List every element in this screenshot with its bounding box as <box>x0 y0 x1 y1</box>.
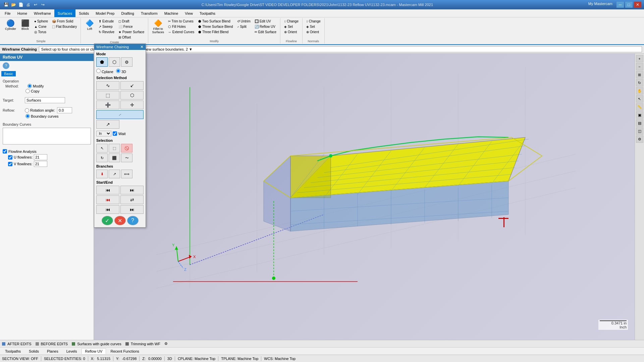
wait-checkbox[interactable] <box>113 131 117 136</box>
tab-reflow-uv[interactable]: Reflow UV <box>82 348 106 354</box>
u-flowlines-input[interactable] <box>34 154 47 160</box>
sel-reverse-btn[interactable]: ↗ <box>96 120 119 129</box>
qat-save[interactable]: 💾 <box>3 1 9 8</box>
tab-recent-functions[interactable]: Recent Functions <box>107 348 143 354</box>
close-button[interactable]: ✕ <box>634 2 641 8</box>
help-button[interactable]: ? <box>3 62 9 69</box>
cplane-option[interactable]: Cplane <box>96 69 113 74</box>
tool-view2[interactable]: ▤ <box>636 119 643 127</box>
se-forward-btn[interactable]: ⏭ <box>120 205 144 214</box>
ribbon-btn-three-fillet-blend[interactable]: ⬟ Three Fillet Blend <box>197 29 234 35</box>
tool-measure[interactable]: 📏 <box>636 103 643 111</box>
help-dialog-button[interactable]: ? <box>127 216 139 225</box>
ribbon-btn-two-surface-blend[interactable]: ⬟ Two Surface Blend <box>197 19 234 24</box>
ribbon-btn-cone[interactable]: ▲ Cone <box>33 24 50 29</box>
tool-rotate[interactable]: ↻ <box>636 79 643 86</box>
cancel-button[interactable]: ✕ <box>114 216 126 225</box>
ribbon-btn-extrude[interactable]: ⬆ Extrude <box>97 19 116 24</box>
ribbon-btn-sweep[interactable]: ↗ Sweep <box>97 24 116 29</box>
ribbon-btn-reflow-uv[interactable]: 🔄 Reflow UV <box>253 24 278 29</box>
ribbon-btn-edit-surface[interactable]: ✏ Edit Surface <box>253 29 278 35</box>
in-select[interactable]: In Out <box>96 131 111 136</box>
my-mastercam-link[interactable]: My Mastercam <box>588 2 612 8</box>
qat-new[interactable]: 📄 <box>17 1 24 8</box>
v-flowlines-input[interactable] <box>34 161 47 167</box>
sel-arrow-btn[interactable]: ↖ <box>96 144 108 153</box>
tool-pan[interactable]: ✋ <box>636 87 643 95</box>
menu-view[interactable]: View <box>181 9 196 17</box>
se-rewind-btn[interactable]: ⏮ <box>96 205 119 214</box>
ribbon-btn-fillet-to-surfaces[interactable]: 🔶 Fillet toSurfaces <box>150 19 166 35</box>
se-swap-btn[interactable]: ⇄ <box>120 195 144 204</box>
tab-toolpaths[interactable]: Toolpaths <box>1 348 24 354</box>
rotation-angle-input[interactable] <box>57 107 72 113</box>
mode-btn-solid[interactable]: ⬡ <box>109 57 120 67</box>
tool-zoom-in[interactable]: + <box>636 55 643 62</box>
menu-transform[interactable]: Transform <box>138 9 161 17</box>
boundary-curves-option[interactable]: Boundary curves <box>25 114 59 118</box>
menu-file[interactable]: File <box>1 9 14 17</box>
sel-box2-btn[interactable]: ⬛ <box>109 154 120 162</box>
ribbon-btn-flowline-change[interactable]: ↕ Change <box>282 19 300 24</box>
tool-settings[interactable]: ⚙ <box>636 135 643 143</box>
ribbon-btn-loft[interactable]: 🔷 Loft <box>83 19 96 32</box>
sel-chain-btn[interactable]: ∿ <box>96 81 119 90</box>
ribbon-btn-normals-change[interactable]: ↕ Change <box>305 19 322 24</box>
ribbon-btn-draft[interactable]: ◻ Draft <box>117 19 146 24</box>
sel-add-btn[interactable]: ➕ <box>96 101 119 109</box>
ribbon-btn-split[interactable]: ⌿ Split <box>235 24 252 29</box>
se-start-btn[interactable]: ⏮ <box>96 186 119 194</box>
qat-print[interactable]: 🖨 <box>25 1 32 8</box>
qat-undo[interactable]: ↩ <box>32 1 39 8</box>
flowline-checkbox[interactable] <box>3 149 7 154</box>
3d-option[interactable]: 3D <box>116 69 126 74</box>
qat-redo[interactable]: ↪ <box>40 1 46 8</box>
ribbon-btn-flowline-orient[interactable]: ⊕ Orient <box>282 29 300 35</box>
se-start2-btn[interactable]: ⏮ <box>96 195 119 204</box>
basic-tab[interactable]: Basic <box>1 71 16 76</box>
ok-button[interactable]: ✓ <box>102 216 113 225</box>
tool-fit[interactable]: ⊞ <box>636 71 643 78</box>
minimize-button[interactable]: ─ <box>616 2 624 8</box>
sel-add2-btn[interactable]: ✛ <box>120 101 144 109</box>
sel-window-btn[interactable]: ⬚ <box>96 91 119 100</box>
sel-clear-btn[interactable]: 🚫 <box>121 144 132 153</box>
menu-surfaces[interactable]: Surfaces <box>54 9 75 17</box>
ribbon-btn-edit-uv[interactable]: 🔲 Edit UV <box>253 19 278 24</box>
ribbon-btn-fill-holes[interactable]: ⬡ Fill Holes <box>166 24 196 29</box>
ribbon-btn-sphere[interactable]: ● Sphere <box>33 19 50 24</box>
menu-machine[interactable]: Machine <box>161 9 182 17</box>
sel-rotate-btn[interactable]: ↻ <box>96 154 108 162</box>
mode-btn-settings[interactable]: ⚙ <box>121 57 132 67</box>
branch-btn-1[interactable]: ⬇ <box>96 170 108 178</box>
viewport[interactable]: X Y Z 0.3471 in Inch <box>94 54 635 340</box>
target-input[interactable] <box>25 97 65 103</box>
sel-polygon-btn[interactable]: ⬡ <box>120 91 144 100</box>
dialog-close-button[interactable]: ✕ <box>140 45 144 49</box>
method-copy-option[interactable]: Copy <box>25 89 40 93</box>
ribbon-btn-extend-curves[interactable]: ↔ Extend Curves <box>166 29 196 35</box>
ribbon-btn-cylinder[interactable]: 🔵 Cylinder <box>3 19 18 32</box>
method-modify-option[interactable]: Modify <box>28 84 44 88</box>
ribbon-btn-untrim[interactable]: ↺ Untrim <box>235 19 252 24</box>
branch-btn-3[interactable]: ⟺ <box>121 170 132 178</box>
se-end-btn[interactable]: ⏭ <box>120 186 144 194</box>
tab-planes[interactable]: Planes <box>43 348 62 354</box>
ribbon-btn-normals-set[interactable]: ◈ Set <box>305 24 322 29</box>
tab-solids[interactable]: Solids <box>25 348 43 354</box>
menu-solids[interactable]: Solids <box>75 9 92 17</box>
tool-view3[interactable]: ◫ <box>636 127 643 135</box>
ribbon-btn-three-surface-blend[interactable]: ⬟ Three Surface Blend <box>197 24 234 29</box>
tool-view1[interactable]: ▣ <box>636 111 643 119</box>
ribbon-btn-revolve[interactable]: ↻ Revolve <box>97 29 116 35</box>
ribbon-btn-power-surface[interactable]: ★ Power Surface <box>117 29 146 35</box>
ribbon-btn-fence[interactable]: ⬜ Fence <box>117 24 146 29</box>
maximize-button[interactable]: □ <box>625 2 633 8</box>
ribbon-btn-normals-orient[interactable]: ⊕ Orient <box>305 29 322 35</box>
ribbon-btn-offset[interactable]: ⊞ Offset <box>117 35 146 40</box>
sel-box-btn[interactable]: ⬚ <box>109 144 120 153</box>
tool-zoom-out[interactable]: − <box>636 63 643 70</box>
menu-home[interactable]: Home <box>14 9 31 17</box>
ribbon-btn-flowline-set[interactable]: ◈ Set <box>282 24 300 29</box>
qat-open[interactable]: 📂 <box>10 1 17 8</box>
